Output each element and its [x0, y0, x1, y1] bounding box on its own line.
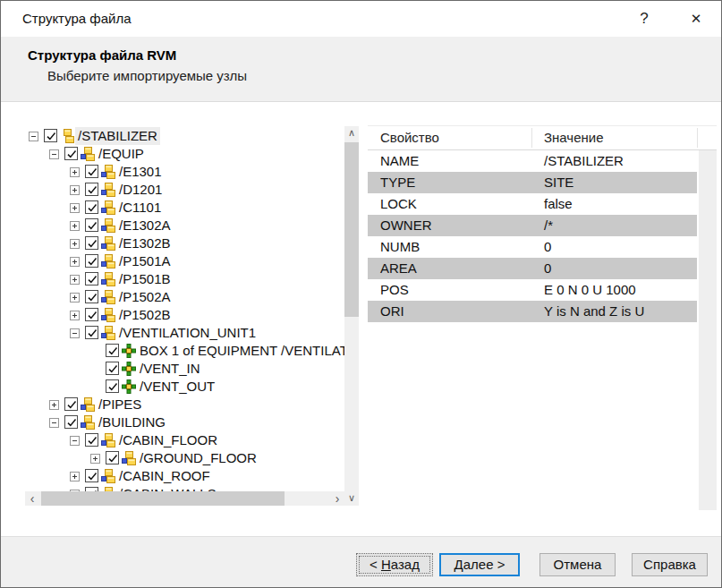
tree-item[interactable]: /P1501A	[25, 252, 344, 270]
tree-item[interactable]: /VENTILATION_UNIT1	[25, 324, 344, 342]
property-row[interactable]: LOCK false	[368, 193, 697, 215]
scroll-left-icon[interactable]: ‹	[25, 491, 39, 506]
node-type-icon	[122, 451, 136, 465]
tree-item[interactable]: /EQUIP	[25, 145, 344, 163]
tree-expander-icon[interactable]	[70, 221, 80, 231]
property-row[interactable]: TYPE SITE	[368, 172, 697, 193]
property-row[interactable]: POS E 0 N 0 U 1000	[368, 279, 697, 301]
back-button[interactable]: < Назад	[356, 553, 433, 576]
column-header-value[interactable]: Значение	[544, 126, 604, 149]
property-name: POS	[380, 279, 409, 301]
tree-checkbox[interactable]	[106, 451, 119, 464]
tree-item[interactable]: /P1501B	[25, 270, 344, 288]
tree-checkbox[interactable]	[106, 362, 119, 375]
geometry-icon	[122, 344, 136, 358]
tree-checkbox[interactable]	[85, 469, 98, 482]
column-header-property[interactable]: Свойство	[380, 126, 439, 149]
tree-expander-icon[interactable]	[70, 257, 80, 267]
tree-expander-icon[interactable]	[70, 203, 80, 213]
vertical-scrollbar-thumb[interactable]	[344, 142, 359, 317]
tree-checkbox[interactable]	[64, 415, 78, 429]
tree-checkbox[interactable]	[106, 379, 119, 393]
tree-item[interactable]: /CABIN_FLOOR	[25, 431, 344, 449]
property-row[interactable]: AREA 0	[368, 258, 697, 279]
tree-checkbox[interactable]	[85, 272, 98, 285]
cubes-icon	[101, 308, 115, 322]
tree-expander-icon[interactable]	[70, 275, 80, 285]
tree-item[interactable]: /P1502A	[25, 288, 344, 306]
tree-checkbox[interactable]	[106, 344, 119, 357]
tree-expander-icon[interactable]	[70, 185, 80, 195]
tree-item[interactable]: /GROUND_FLOOR	[25, 449, 344, 467]
checkmark-icon	[86, 201, 99, 215]
horizontal-scrollbar-thumb[interactable]	[41, 491, 285, 506]
tree-expander-icon[interactable]	[49, 418, 59, 428]
tree-checkbox[interactable]	[64, 397, 78, 411]
checkmark-icon	[86, 434, 99, 447]
tree-checkbox[interactable]	[64, 147, 78, 160]
tree-expander-icon[interactable]	[70, 472, 80, 481]
tree-checkbox[interactable]	[85, 236, 98, 250]
tree-checkbox[interactable]	[85, 290, 98, 303]
checkmark-icon	[65, 398, 79, 412]
tree-checkbox[interactable]	[44, 129, 57, 142]
tree-checkbox[interactable]	[85, 218, 98, 232]
scroll-right-icon[interactable]: ›	[330, 491, 344, 506]
help-icon[interactable]: ?	[633, 1, 656, 37]
checkmark-icon	[86, 309, 99, 322]
tree-item[interactable]: /E1302B	[25, 234, 344, 252]
tree-checkbox[interactable]	[85, 200, 98, 214]
tree-item[interactable]: /VENT_OUT	[25, 378, 344, 396]
tree-checkbox[interactable]	[85, 254, 98, 268]
tree-expander-icon[interactable]	[70, 293, 80, 303]
tree-item[interactable]: /E1302A	[25, 217, 344, 234]
scroll-down-icon[interactable]: ∨	[344, 491, 359, 506]
checkmark-icon	[86, 255, 99, 268]
tree-checkbox[interactable]	[85, 326, 98, 339]
help-button[interactable]: Справка	[632, 553, 708, 576]
cubes-icon	[101, 200, 115, 215]
tree-item[interactable]: /PIPES	[25, 396, 344, 413]
checkmark-icon	[106, 362, 120, 376]
tree-item[interactable]: /D1201	[25, 181, 344, 199]
tree-checkbox[interactable]	[85, 308, 98, 321]
property-row[interactable]: OWNER /*	[368, 215, 697, 236]
tree-checkbox[interactable]	[85, 433, 98, 447]
tree-item[interactable]: /C1101	[25, 199, 344, 217]
tree-horizontal-scrollbar[interactable]: ‹ ›	[25, 491, 344, 506]
property-row[interactable]: NUMB 0	[368, 236, 697, 258]
next-button[interactable]: Далее >	[439, 553, 520, 576]
tree-expander-icon[interactable]	[70, 436, 80, 446]
scroll-up-icon[interactable]: ∧	[344, 126, 359, 141]
tree-item[interactable]: /BUILDING	[25, 413, 344, 431]
checkmark-icon	[86, 470, 99, 483]
tree-expander-icon[interactable]	[70, 328, 80, 338]
property-row[interactable]: ORI Y is N and Z is U	[368, 301, 697, 322]
tree-item[interactable]: /CABIN_WALLS	[25, 485, 344, 491]
tree-item[interactable]: /CABIN_ROOF	[25, 467, 344, 485]
tree-item[interactable]: /E1301	[25, 163, 344, 181]
tree-item-label: /P1501A	[116, 252, 174, 270]
cubes-icon	[101, 469, 115, 483]
tree-expander-icon[interactable]	[29, 132, 38, 141]
tree-expander-icon[interactable]	[70, 239, 80, 249]
tree-item-label: /P1502B	[116, 306, 174, 324]
tree-checkbox[interactable]	[85, 165, 98, 178]
close-icon[interactable]: ✕	[683, 1, 709, 37]
tree-expander-icon[interactable]	[49, 149, 59, 159]
tree-item[interactable]: /STABILIZER	[25, 127, 344, 145]
tree-item[interactable]: /P1502B	[25, 306, 344, 324]
tree-item-label: /STABILIZER	[75, 127, 160, 145]
tree-expander-icon[interactable]	[49, 400, 59, 410]
tree-expander-icon[interactable]	[70, 167, 80, 177]
tree-expander-icon[interactable]	[70, 311, 80, 320]
tree-item[interactable]: BOX 1 of EQUIPMENT /VENTILATIO	[25, 342, 344, 360]
cancel-button[interactable]: Отмена	[539, 553, 616, 576]
tree-expander-icon[interactable]	[90, 454, 100, 464]
tree-checkbox[interactable]	[85, 183, 98, 196]
tree-vertical-scrollbar[interactable]: ∧ ∨	[344, 126, 359, 506]
title-bar[interactable]: Структура файла ? ✕	[1, 1, 721, 37]
checkmark-icon	[65, 416, 79, 430]
property-row[interactable]: NAME /STABILIZER	[368, 150, 697, 172]
tree-item[interactable]: /VENT_IN	[25, 360, 344, 378]
